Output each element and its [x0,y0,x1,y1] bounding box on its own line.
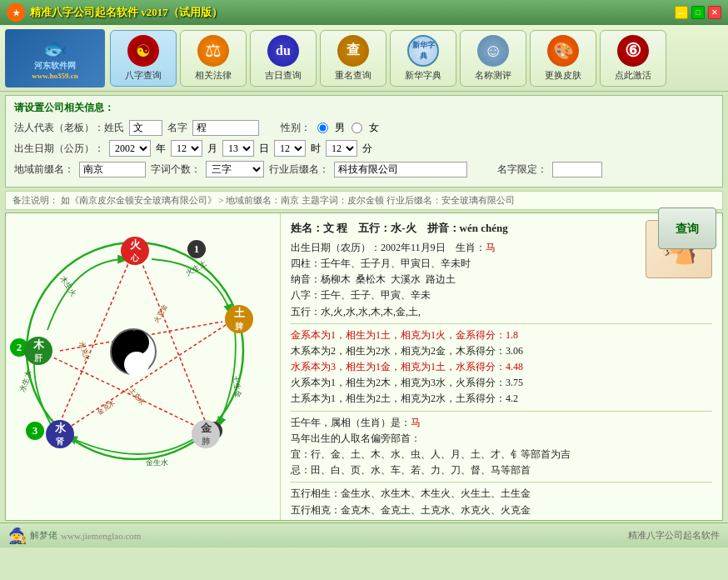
industry-input[interactable] [334,162,467,178]
nav-label-xinhua: 新华字典 [405,69,441,82]
nav-buttons: ☯ 八字查询 ⚖ 相关法律 du 吉日查询 查 重名查询 新华字典 新华字典 ☺… [110,30,723,87]
nav-btn-xinhua[interactable]: 新华字典 新华字典 [390,30,456,87]
bottom-url: www.jiemenglao.com [61,531,141,541]
window-controls[interactable]: — □ ✕ [675,6,721,19]
year-god-line: 壬午年，属相（生肖）是：马 [291,415,712,431]
title-bar: ★ 精准八字公司起名软件 v2017（试用版） — □ ✕ [0,0,728,25]
suit-title: 马年出生的人取名偏旁部首： [291,431,712,447]
gender-female-radio[interactable] [352,122,362,133]
app-logo: ★ [7,3,25,22]
svg-text:木生火: 木生火 [58,274,78,298]
gender-female-label: 女 [369,121,379,135]
name-input[interactable] [192,120,259,136]
nav-btn-jiri[interactable]: du 吉日查询 [250,30,317,87]
name-limit-input[interactable] [552,162,602,178]
nav-btn-skin[interactable]: 🎨 更换皮肤 [530,30,596,87]
fire-num-badge: 1 [187,240,206,258]
svg-text:火克金: 火克金 [152,303,169,324]
industry-label: 行业后缀名： [269,162,329,177]
activate-icon: ⑥ [617,35,649,67]
day-char: 日 [259,142,269,156]
birth-day-select[interactable]: 13 [222,140,254,157]
score-2: 木系本为2，相生为2水，相克为2金，木系得分：3.06 [291,343,712,359]
form-row-name: 法人代表（老板）：姓氏 名字 性别： 男 女 [14,120,714,136]
nav-btn-activate[interactable]: ⑥ 点此激活 [600,30,666,87]
minimize-button[interactable]: — [675,6,688,19]
water-num-badge: 3 [26,422,44,440]
month-char: 月 [207,142,217,156]
diagram-canvas: 火生土 土生金 金生水 水生木 木生火 木克土 土克水 水克火 火克金 金克木 … [6,213,281,520]
birth-min-select[interactable]: 12 [326,140,357,157]
form-area: 请设置公司相关信息： 法人代表（老板）：姓氏 名字 性别： 男 女 出生日期（公… [5,95,723,188]
divider2 [291,411,712,412]
water-char: 水 [55,421,66,436]
svg-text:水克火: 水克火 [77,341,92,362]
law-icon: ⚖ [197,35,229,67]
surname-label: 法人代表（老板）：姓氏 [14,121,124,135]
content-area: 火生土 土生金 金生水 水生木 木生火 木克土 土克水 水克火 火克金 金克木 … [5,212,723,521]
birth-month-select[interactable]: 12 [171,140,202,157]
wuxing-line: 五行：水,火,水,水,木,木,金,土, [291,304,712,320]
note-label: 备注说明： [12,195,58,205]
nav-btn-law[interactable]: ⚖ 相关法律 [180,30,247,87]
surname-input[interactable] [129,120,162,136]
name-limit-label: 名字限定： [497,162,547,177]
nav-btn-mingcheng[interactable]: ☺ 名称测评 [460,30,526,87]
bottom-right: 精准八字公司起名软件 [628,529,720,542]
earth-sub: 脾 [235,321,243,332]
svg-text:金克木: 金克木 [96,399,117,417]
bottom-bar: 🧙 解梦佬 www.jiemenglao.com 精准八字公司起名软件 [0,522,728,548]
divider3 [291,482,712,482]
region-label: 地域前缀名： [14,162,74,177]
svg-text:土生金: 土生金 [231,375,243,398]
nav-btn-bazhi[interactable]: ☯ 八字查询 [110,30,177,87]
form-row-birth: 出生日期（公历）： 2002 年 12 月 13 日 12 时 12 分 [14,140,714,157]
metal-char: 金 [201,421,212,436]
score-3: 水系本为3，相生为1金，相克为1土，水系得分：4.48 [291,359,712,375]
app-title: 精准八字公司起名软件 v2017（试用版） [30,5,222,20]
birth-label: 出生日期（公历）： [14,142,104,156]
fire-sub: 心 [131,252,139,264]
wood-node: 木 肝 [24,337,52,365]
wuxing-rel-sheng: 五行相生：金生水、水生木、木生火、火生土、土生金 [291,486,712,502]
nav-label-skin: 更换皮肤 [545,69,581,82]
birth-year-select[interactable]: 2002 [109,140,151,157]
chongming-icon: 查 [337,35,369,67]
water-node: 水 肾 [46,420,74,448]
gender-group: 性别： 男 女 [281,121,379,135]
nav-label-chongming: 重名查询 [335,69,371,82]
wood-char: 木 [33,338,44,352]
svg-text:金生水: 金生水 [146,458,168,467]
svg-text:土克水: 土克水 [127,387,146,407]
metal-node: 金 肺 [192,420,220,448]
gender-male-radio[interactable] [317,122,328,133]
form-title: 请设置公司相关信息： [14,101,714,115]
close-button[interactable]: ✕ [708,6,721,19]
region-input[interactable] [79,162,146,178]
xinhua-icon: 新华字典 [407,35,439,67]
count-label: 字词个数： [151,162,201,177]
nav-label-jiri: 吉日查询 [265,69,302,82]
score-4: 火系本为1，相生为2木，相克为3水，火系得分：3.75 [291,375,712,391]
bazhi-icon: ☯ [127,35,159,67]
water-sub: 肾 [56,436,64,448]
toolbar: 🐟 河东软件网 www.ho359.cn ☯ 八字查询 ⚖ 相关法律 du 吉日… [0,25,728,92]
bottom-logo: 🧙 解梦佬 www.jiemenglao.com [8,527,141,545]
nav-btn-chongming[interactable]: 查 重名查询 [320,30,386,87]
gender-label: 性别： [281,121,311,135]
query-button[interactable]: 查询 [658,208,716,249]
mingcheng-icon: ☺ [477,35,509,67]
jiri-icon: du [267,35,299,67]
form-row-region: 地域前缀名： 字词个数： 三字 行业后缀名： 名字限定： [14,161,714,178]
bazi-line: 八字：壬午、壬子、甲寅、辛未 [291,288,712,303]
maximize-button[interactable]: □ [691,6,705,19]
form-note: 备注说明： 如《南京皮尔金顿安全玻璃有限公司》 > 地域前缀名：南京 主题字词：… [5,191,723,210]
wood-sub: 肝 [34,352,42,364]
note-text: 如《南京皮尔金顿安全玻璃有限公司》 > 地域前缀名：南京 主题字词：皮尔金顿 行… [61,195,515,205]
count-select[interactable]: 三字 [206,161,264,178]
score-5: 土系本为1，相生为2土，相克为2水，土系得分：4.2 [291,391,712,407]
birth-hour-select[interactable]: 12 [274,140,306,157]
suit-line: 宜：行、金、土、木、水、虫、人、月、土、才、钅等部首为吉 [291,447,712,462]
skin-icon: 🎨 [547,35,579,67]
nav-label-activate: 点此激活 [615,69,651,82]
